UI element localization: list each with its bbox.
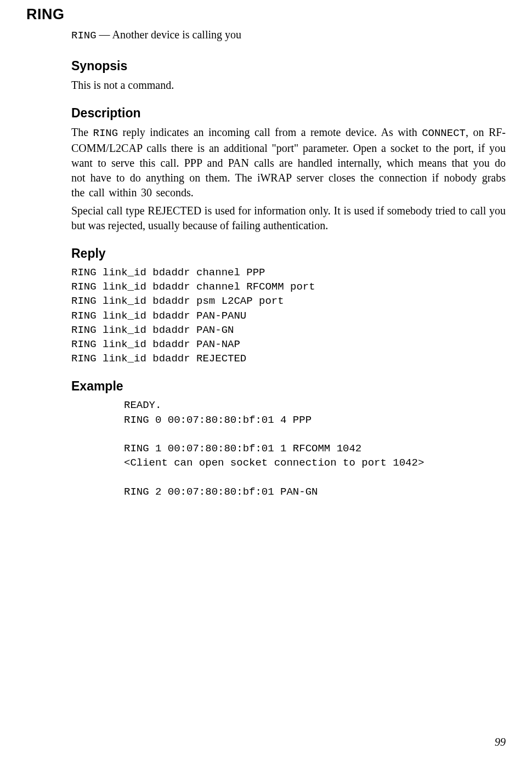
description-pre: The — [71, 126, 93, 138]
description-para1: The RING reply indicates an incoming cal… — [71, 125, 506, 200]
description-cmd-connect: CONNECT — [422, 127, 466, 139]
description-cmd-ring: RING — [93, 127, 118, 139]
example-block: READY. RING 0 00:07:80:80:bf:01 4 PPP RI… — [71, 398, 506, 499]
page-number: 99 — [495, 735, 506, 750]
reply-heading: Reply — [71, 245, 506, 262]
example-heading: Example — [71, 378, 506, 395]
description-heading: Description — [71, 105, 506, 122]
synopsis-heading: Synopsis — [71, 58, 506, 75]
name-command: RING — [71, 30, 97, 42]
description-para2: Special call type REJECTED is used for i… — [71, 203, 506, 233]
page-title: RING — [26, 4, 506, 24]
synopsis-body: This is not a command. — [71, 78, 506, 93]
name-separator: — — [97, 29, 112, 41]
description-mid: reply indicates an incoming call from a … — [118, 126, 422, 138]
name-line: RING — Another device is calling you — [71, 27, 506, 43]
name-description: Another device is calling you — [112, 29, 242, 41]
reply-block: RING link_id bdaddr channel PPP RING lin… — [71, 265, 506, 366]
